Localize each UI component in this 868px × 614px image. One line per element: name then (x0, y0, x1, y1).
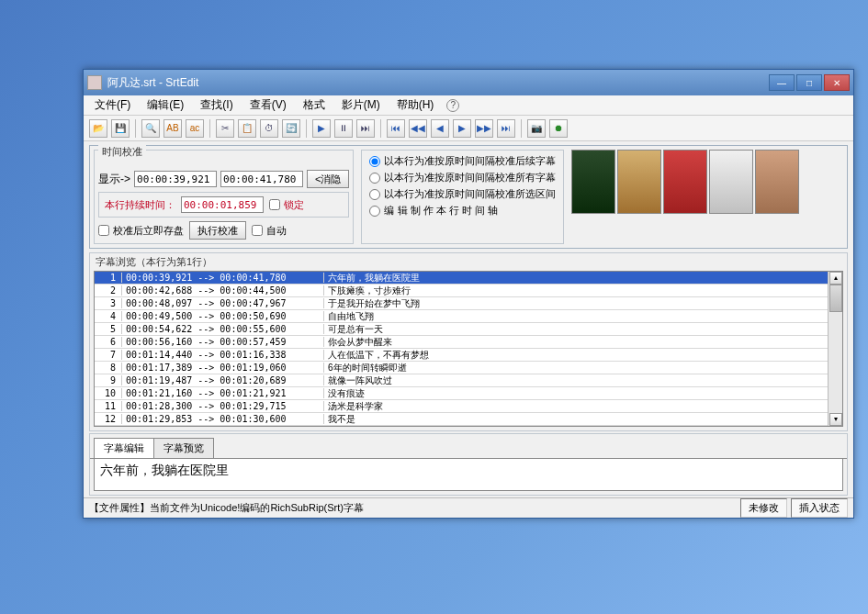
poster-thumbnail[interactable] (663, 150, 707, 214)
play-icon[interactable]: ▶ (312, 119, 331, 138)
replace-ac-icon[interactable]: ac (186, 119, 204, 138)
poster-thumbnail[interactable] (617, 150, 661, 214)
row-index: 3 (95, 298, 122, 308)
menu-find[interactable]: 查找(I) (193, 95, 240, 115)
row-index: 11 (95, 401, 122, 411)
calibrate-button[interactable]: 执行校准 (189, 221, 246, 240)
separator (135, 119, 136, 138)
subtitle-editor[interactable]: 六年前，我躺在医院里 (94, 459, 843, 491)
save-icon[interactable]: 💾 (111, 119, 130, 138)
row-index: 5 (95, 324, 122, 334)
duration-input[interactable] (181, 196, 264, 213)
time-calibration-panel: 时间校准 显示-> <消隐 本行持续时间： 锁定 校准后立即存盘 执行校准 自动 (94, 150, 354, 244)
sync-icon[interactable]: 🔄 (282, 119, 300, 138)
table-row[interactable]: 200:00:42,688 --> 00:00:44,500下肢瘫痪，寸步难行 (95, 285, 828, 297)
minimize-button[interactable]: — (769, 74, 795, 91)
menu-file[interactable]: 文件(F) (87, 95, 138, 115)
tab-preview[interactable]: 字幕预览 (153, 438, 214, 458)
row-index: 9 (95, 375, 122, 385)
mode-label-1: 以本行为准按原时间间隔校准后续字幕 (384, 154, 556, 168)
row-index: 1 (95, 273, 122, 283)
row-text: 就像一阵风吹过 (324, 374, 828, 387)
row-text: 没有痕迹 (324, 387, 828, 400)
scroll-thumb[interactable] (829, 285, 842, 312)
table-row[interactable]: 500:00:54,622 --> 00:00:55,600可是总有一天 (95, 323, 828, 336)
row-timecode: 00:00:39,921 --> 00:00:41,780 (122, 273, 324, 283)
row-text: 于是我开始在梦中飞翔 (324, 297, 828, 310)
statusbar: 【文件属性】当前文件为Unicode!编码的RichSubRip(Srt)字幕 … (84, 497, 853, 518)
eliminate-button[interactable]: <消隐 (307, 170, 349, 188)
menu-movie[interactable]: 影片(M) (334, 95, 388, 115)
time-icon[interactable]: ⏱ (260, 119, 278, 138)
step-icon[interactable]: ⏭ (356, 119, 375, 138)
table-row[interactable]: 900:01:19,487 --> 00:01:20,689就像一阵风吹过 (95, 374, 828, 387)
maximize-button[interactable]: □ (796, 74, 822, 91)
separator (306, 119, 307, 138)
row-timecode: 00:00:48,097 --> 00:00:47,967 (122, 298, 324, 308)
row-text: 你会从梦中醒来 (324, 336, 828, 349)
camera-icon[interactable]: 📷 (527, 119, 546, 138)
table-row[interactable]: 1000:01:21,160 --> 00:01:21,921没有痕迹 (95, 387, 828, 400)
scroll-up-icon[interactable]: ▴ (829, 272, 842, 285)
close-button[interactable]: ✕ (824, 74, 850, 91)
back-icon[interactable]: ◀ (431, 119, 449, 138)
row-index: 6 (95, 337, 122, 347)
lock-checkbox[interactable] (269, 199, 280, 210)
show-label: 显示-> (98, 172, 130, 187)
next-icon[interactable]: ▶▶ (475, 119, 493, 138)
separator (380, 119, 381, 138)
tool-icon[interactable]: ✂ (216, 119, 234, 138)
row-index: 8 (95, 363, 122, 373)
row-index: 7 (95, 350, 122, 360)
duration-label: 本行持续时间： (105, 198, 175, 212)
tab-edit[interactable]: 字幕编辑 (94, 438, 154, 458)
table-row[interactable]: 600:00:56,160 --> 00:00:57,459你会从梦中醒来 (95, 336, 828, 349)
table-row[interactable]: 1100:01:28,300 --> 00:01:29,715汤米是科学家 (95, 400, 828, 413)
poster-thumbnail[interactable] (709, 150, 753, 214)
poster-strip (571, 150, 799, 244)
row-text: 自由地飞翔 (324, 310, 828, 323)
poster-thumbnail[interactable] (755, 150, 799, 214)
table-row[interactable]: 400:00:49,500 --> 00:00:50,690自由地飞翔 (95, 310, 828, 323)
paste-icon[interactable]: 📋 (238, 119, 256, 138)
mode-radio-1[interactable] (369, 156, 380, 167)
table-row[interactable]: 800:01:17,389 --> 00:01:19,0606年的时间转瞬即逝 (95, 362, 828, 374)
upper-panel: 时间校准 显示-> <消隐 本行持续时间： 锁定 校准后立即存盘 执行校准 自动… (89, 145, 848, 249)
record-icon[interactable]: ⏺ (549, 119, 568, 138)
menu-edit[interactable]: 编辑(E) (140, 95, 191, 115)
row-timecode: 00:00:56,160 --> 00:00:57,459 (122, 337, 324, 347)
table-row[interactable]: 700:01:14,440 --> 00:01:16,338人在低温下，不再有梦… (95, 349, 828, 362)
menu-format[interactable]: 格式 (296, 95, 333, 115)
row-timecode: 00:01:29,853 --> 00:01:30,600 (122, 414, 324, 424)
table-row[interactable]: 1200:01:29,853 --> 00:01:30,600我不是 (95, 413, 828, 426)
first-icon[interactable]: ⏮ (387, 119, 405, 138)
row-text: 可是总有一天 (324, 323, 828, 336)
last-icon[interactable]: ⏭ (497, 119, 515, 138)
find-icon[interactable]: 🔍 (141, 119, 160, 138)
menu-help[interactable]: 帮助(H) (389, 95, 442, 115)
save-after-checkbox[interactable] (98, 225, 109, 236)
table-row[interactable]: 100:00:39,921 --> 00:00:41,780六年前，我躺在医院里 (95, 272, 828, 285)
end-time-input[interactable] (220, 171, 303, 187)
table-row[interactable]: 300:00:48,097 --> 00:00:47,967于是我开始在梦中飞翔 (95, 297, 828, 310)
fwd-icon[interactable]: ▶ (453, 119, 471, 138)
mode-radio-2[interactable] (369, 173, 380, 184)
open-icon[interactable]: 📂 (89, 119, 107, 138)
start-time-input[interactable] (134, 171, 217, 187)
mode-label-3: 以本行为准按原时间间隔校准所选区间 (384, 187, 556, 201)
pause-icon[interactable]: ⏸ (334, 119, 353, 138)
scroll-down-icon[interactable]: ▾ (829, 413, 842, 426)
prev-icon[interactable]: ◀◀ (409, 119, 427, 138)
subtitle-list-panel: 字幕浏览（本行为第1行） 100:00:39,921 --> 00:00:41,… (89, 252, 848, 431)
menu-view[interactable]: 查看(V) (242, 95, 294, 115)
subtitle-grid[interactable]: 100:00:39,921 --> 00:00:41,780六年前，我躺在医院里… (94, 271, 843, 427)
duration-box: 本行持续时间： 锁定 (98, 192, 349, 218)
mode-radio-3[interactable] (369, 189, 380, 200)
poster-thumbnail[interactable] (571, 150, 615, 214)
row-text: 人在低温下，不再有梦想 (324, 349, 828, 362)
mode-radio-4[interactable] (369, 206, 380, 217)
vertical-scrollbar[interactable]: ▴ ▾ (828, 272, 842, 426)
help-icon[interactable]: ? (446, 99, 459, 112)
replace-ab-icon[interactable]: AB (163, 119, 182, 138)
auto-checkbox[interactable] (252, 225, 263, 236)
